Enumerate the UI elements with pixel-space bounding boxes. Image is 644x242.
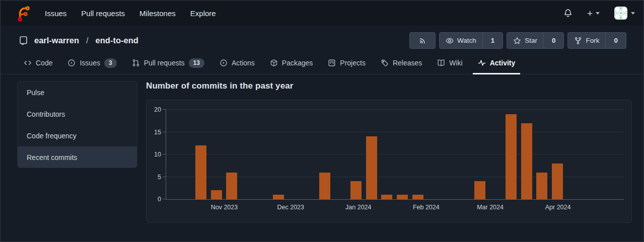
repo-actions: Watch 1 Star 0 Fo: [409, 32, 626, 49]
chart-bar: [366, 136, 377, 199]
fork-count[interactable]: 0: [605, 33, 626, 48]
repo-name-link[interactable]: end-to-end: [96, 36, 138, 45]
sidebar-item-pulse[interactable]: Pulse: [18, 82, 137, 103]
chart-x-tick-label: Apr 2024: [545, 204, 571, 211]
star-button[interactable]: Star: [507, 33, 543, 48]
chart-y-tick: [163, 199, 166, 199]
tab-label: Actions: [232, 59, 255, 67]
chart-bar: [521, 123, 532, 199]
sidebar-item-recent-commits[interactable]: Recent commits: [18, 146, 137, 168]
watch-count[interactable]: 1: [482, 33, 503, 48]
chart-bar: [195, 145, 206, 199]
eye-icon: [446, 37, 454, 45]
nav-link-pull-requests[interactable]: Pull requests: [81, 9, 125, 18]
code-icon: [24, 59, 32, 67]
star-count[interactable]: 0: [543, 33, 564, 48]
navbar-links: Issues Pull requests Milestones Explore: [45, 9, 216, 18]
tab-label: Code: [36, 59, 52, 67]
tab-packages[interactable]: Packages: [265, 52, 318, 74]
issues-count-badge: 3: [104, 58, 117, 68]
rss-feed-button[interactable]: [410, 33, 435, 48]
star-button-group: Star 0: [507, 32, 564, 49]
play-circle-icon: [220, 59, 228, 67]
chart-y-tick: [163, 109, 166, 110]
pulse-icon: [478, 59, 486, 67]
caret-down-icon: [596, 12, 600, 15]
chart-y-tick-label: 5: [158, 174, 161, 181]
git-fork-icon: [574, 37, 582, 45]
identicon-avatar-image: [614, 7, 627, 20]
tab-label: Releases: [393, 59, 422, 67]
chart-bar: [474, 181, 485, 199]
tab-issues[interactable]: Issues 3: [62, 52, 121, 74]
chart-y-tick-label: 0: [158, 196, 161, 203]
notifications-button[interactable]: [563, 9, 573, 18]
chart-bar: [381, 195, 392, 199]
create-new-button[interactable]: +: [587, 9, 600, 18]
chart-x-tick-label: Nov 2023: [211, 204, 238, 211]
chart-bar: [319, 173, 330, 199]
star-icon: [513, 37, 521, 45]
chart-y-tick-label: 20: [154, 106, 161, 113]
tab-code[interactable]: Code: [19, 52, 57, 74]
forgejo-logo-icon: [15, 5, 32, 22]
chart-bar: [273, 195, 284, 199]
repo-separator: /: [86, 36, 89, 45]
tab-label: Packages: [282, 59, 313, 67]
tab-label: Activity: [490, 59, 516, 67]
watch-label: Watch: [457, 37, 476, 44]
chart-bar: [412, 195, 423, 199]
sidebar-item-contributors[interactable]: Contributors: [18, 103, 137, 125]
chart-bar: [506, 114, 517, 199]
sidebar-item-code-frequency[interactable]: Code frequency: [18, 125, 137, 146]
repo-owner-link[interactable]: earl-warren: [34, 36, 79, 45]
caret-down-icon: [631, 12, 635, 15]
chart-y-tick-label: 10: [154, 151, 161, 158]
book-icon: [437, 59, 445, 67]
commits-chart-card: 05101520Nov 2023Dec 2023Jan 2024Feb 2024…: [146, 100, 632, 223]
fork-button-group: Fork 0: [567, 32, 626, 49]
user-menu-button[interactable]: [614, 7, 635, 20]
nav-link-milestones[interactable]: Milestones: [139, 9, 176, 18]
watch-button[interactable]: Watch: [440, 33, 482, 48]
chart-bar: [211, 190, 222, 199]
navbar-right: +: [563, 7, 635, 20]
package-cube-icon: [270, 59, 278, 67]
user-avatar: [614, 7, 627, 20]
chart-y-tick-label: 15: [154, 129, 161, 136]
repo-title: earl-warren / end-to-end: [19, 36, 138, 45]
bell-icon: [563, 9, 573, 18]
chart-grid-line: [166, 109, 624, 110]
nav-link-explore[interactable]: Explore: [190, 9, 216, 18]
activity-content: Pulse Contributors Code frequency Recent…: [1, 74, 643, 223]
chart-x-tick-label: Feb 2024: [413, 204, 440, 211]
chart-x-tick-label: Jan 2024: [345, 204, 371, 211]
fork-label: Fork: [586, 37, 599, 44]
chart-bar: [536, 173, 547, 199]
watch-button-group: Watch 1: [439, 32, 503, 49]
tag-icon: [381, 59, 389, 67]
top-navbar: Issues Pull requests Milestones Explore …: [1, 1, 643, 26]
tab-activity[interactable]: Activity: [473, 52, 521, 74]
chart-bar: [226, 173, 237, 199]
repo-tab-bar: Code Issues 3 Pull requests 13 Actions P…: [1, 52, 643, 74]
tab-projects[interactable]: Projects: [323, 52, 371, 74]
tab-pull-requests[interactable]: Pull requests 13: [127, 52, 209, 74]
project-board-icon: [328, 59, 336, 67]
tab-wiki[interactable]: Wiki: [432, 52, 467, 74]
chart-bar: [350, 181, 362, 199]
chart-y-tick: [163, 154, 166, 154]
star-label: Star: [525, 37, 537, 44]
chart-grid-line: [166, 132, 624, 132]
chart-plot-area: 05101520Nov 2023Dec 2023Jan 2024Feb 2024…: [166, 110, 624, 200]
chart-bar: [552, 164, 563, 199]
chart-y-tick: [163, 132, 166, 132]
fork-button[interactable]: Fork: [568, 33, 605, 48]
nav-link-issues[interactable]: Issues: [45, 9, 66, 18]
tab-releases[interactable]: Releases: [376, 52, 427, 74]
chart-x-tick-label: Dec 2023: [277, 204, 304, 211]
tab-actions[interactable]: Actions: [214, 52, 260, 74]
forgejo-logo[interactable]: [15, 4, 32, 22]
chart-x-tick-label: Mar 2024: [477, 204, 504, 211]
rss-icon: [418, 37, 426, 45]
